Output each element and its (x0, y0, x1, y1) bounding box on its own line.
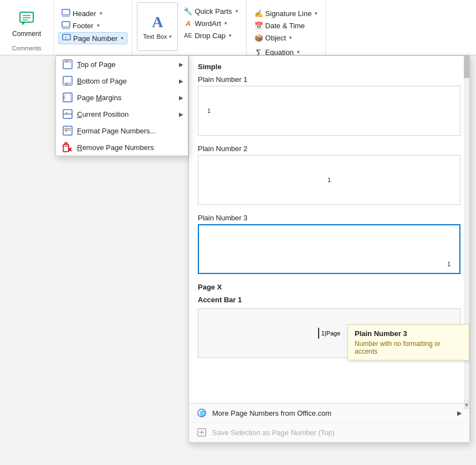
wordart-icon: A (183, 19, 192, 28)
ribbon-group-header-footer: Header ▾ Footer ▾ # (54, 0, 132, 55)
quick-parts-label: Quick Parts (195, 7, 232, 16)
comment-icon (18, 10, 35, 28)
accent-bar-text: 1|Page (321, 330, 341, 337)
object-chevron: ▾ (289, 35, 292, 40)
quick-parts-chevron: ▾ (236, 8, 238, 14)
svg-rect-7 (62, 22, 70, 27)
svg-rect-12 (63, 60, 72, 63)
page-margins-icon: # (63, 92, 73, 102)
header-icon (62, 9, 70, 18)
footer-chevron: ▾ (97, 23, 100, 28)
more-page-numbers-label: More Page Numbers from Office.com (212, 409, 331, 417)
footer-button[interactable]: Footer ▾ (58, 20, 127, 31)
tooltip-description: Number with no formatting or accents (355, 340, 462, 355)
ribbon-group-text: A Text Box ▾ 🔧 Quick Parts ▾ A WordArt ▾… (132, 0, 246, 55)
menu-item-page-margins[interactable]: # Page Margins (56, 89, 188, 106)
submenu-footer: 🌐 More Page Numbers from Office.com ▶ Sa… (189, 403, 469, 442)
remove-page-numbers-label: Remove Page Numbers (77, 143, 154, 152)
save-selection-icon (197, 427, 207, 437)
drop-cap-icon: AE (183, 31, 192, 40)
ribbon-group-comments: Comment Comments (0, 0, 54, 55)
plain-number-2-preview[interactable]: 1 (198, 155, 460, 205)
plain-number-2-value: 1 (327, 177, 331, 183)
svg-rect-6 (62, 15, 70, 17)
current-position-icon: # (63, 109, 73, 119)
text-col-buttons: 🔧 Quick Parts ▾ A WordArt ▾ AE Drop Cap … (180, 2, 241, 41)
equation-chevron: ▾ (297, 49, 300, 55)
scrollbar-down-arrow[interactable]: ▼ (464, 400, 469, 409)
page-number-label: Page Number (73, 34, 117, 43)
plain-number-3-item[interactable]: Plain Number 3 1 (198, 214, 460, 274)
more-numbers-icon: 🌐 (197, 408, 207, 418)
quick-parts-button[interactable]: 🔧 Quick Parts ▾ (180, 6, 241, 17)
section-page-x: Page X (198, 283, 460, 291)
svg-text:#: # (63, 96, 65, 99)
page-number-chevron: ▾ (121, 35, 124, 41)
svg-text:#: # (66, 60, 68, 63)
top-of-page-icon: # (63, 59, 73, 69)
date-time-label: Date & Time (265, 22, 305, 30)
text-box-label2: Box (156, 33, 167, 40)
menu-item-remove-page-numbers[interactable]: Remove Page Numbers (56, 139, 188, 156)
svg-rect-15 (63, 82, 72, 85)
scrollbar-thumb[interactable] (464, 56, 469, 78)
svg-rect-5 (62, 9, 70, 15)
section-accent-bar: Accent Bar 1 (198, 296, 460, 304)
page-margins-label: Page Margins (77, 94, 121, 102)
wordart-button[interactable]: A WordArt ▾ (180, 18, 241, 29)
plain-number-1-item[interactable]: Plain Number 1 1 (198, 75, 460, 136)
header-label: Header (73, 9, 96, 18)
drop-cap-button[interactable]: AE Drop Cap ▾ (180, 30, 241, 41)
svg-rect-8 (62, 27, 70, 29)
object-label: Object (265, 34, 286, 42)
header-chevron: ▾ (100, 11, 103, 16)
submenu-panel: Simple Plain Number 1 1 Plain Number 2 1… (188, 55, 470, 443)
svg-text:#: # (66, 111, 68, 115)
page-number-icon: # (62, 34, 71, 43)
svg-text:🌐: 🌐 (199, 410, 206, 417)
ribbon-group-symbols: ✍️ Signature Line ▾ 📅 Date & Time 📦 Obje… (247, 0, 326, 55)
signature-line-chevron: ▾ (315, 11, 318, 16)
menu-item-top-of-page[interactable]: # Top of Page (56, 56, 188, 73)
signature-line-button[interactable]: ✍️ Signature Line ▾ (251, 8, 321, 19)
menu-item-current-position[interactable]: # Current Position (56, 106, 188, 122)
ribbon: Comment Comments Header ▾ (0, 0, 476, 55)
quick-parts-icon: 🔧 (183, 7, 192, 16)
menu-item-format-page-numbers[interactable]: # Format Page Numbers... (56, 122, 188, 139)
signature-line-icon: ✍️ (254, 9, 263, 18)
date-time-button[interactable]: 📅 Date & Time (251, 20, 321, 31)
hf-buttons: Header ▾ Footer ▾ # (58, 4, 127, 44)
more-page-numbers-link[interactable]: 🌐 More Page Numbers from Office.com ▶ (189, 404, 469, 423)
menu-item-bottom-of-page[interactable]: # Bottom of Page (56, 73, 188, 89)
date-time-icon: 📅 (254, 21, 263, 30)
text-box-chevron: ▾ (169, 34, 172, 39)
drop-cap-chevron: ▾ (229, 33, 232, 38)
current-position-label: Current Position (77, 110, 129, 118)
tooltip-title: Plain Number 3 (355, 329, 462, 338)
header-button[interactable]: Header ▾ (58, 8, 127, 19)
text-box-button[interactable]: A Text Box ▾ (137, 2, 178, 51)
svg-marker-1 (22, 22, 25, 25)
object-button[interactable]: 📦 Object ▾ (251, 32, 321, 43)
page-number-button[interactable]: # Page Number ▾ (58, 32, 127, 44)
plain-number-3-label: Plain Number 3 (198, 214, 460, 222)
footer-label: Footer (73, 22, 94, 30)
plain-number-3-preview[interactable]: 1 (198, 224, 460, 274)
save-selection-link: Save Selection as Page Number (Top) (189, 423, 469, 442)
tooltip-plain-number-3: Plain Number 3 Number with no formatting… (347, 324, 469, 360)
comment-button[interactable]: Comment (7, 2, 47, 45)
drop-cap-label: Drop Cap (195, 32, 226, 40)
section-simple: Simple (198, 63, 460, 71)
object-icon: 📦 (254, 33, 263, 42)
svg-rect-0 (20, 12, 33, 22)
svg-text:#: # (66, 82, 68, 86)
text-box-label-row: Text Box ▾ (143, 33, 172, 40)
accent-bar-1-value: 1|Page (318, 328, 341, 339)
plain-number-2-item[interactable]: Plain Number 2 1 (198, 144, 460, 205)
comments-group-label: Comments (12, 45, 41, 53)
top-of-page-label: Top of Page (77, 60, 115, 69)
plain-number-1-preview[interactable]: 1 (198, 86, 460, 136)
comment-label: Comment (12, 30, 41, 38)
signature-line-label: Signature Line (265, 9, 312, 18)
symbol-col-buttons: ✍️ Signature Line ▾ 📅 Date & Time 📦 Obje… (251, 4, 321, 43)
